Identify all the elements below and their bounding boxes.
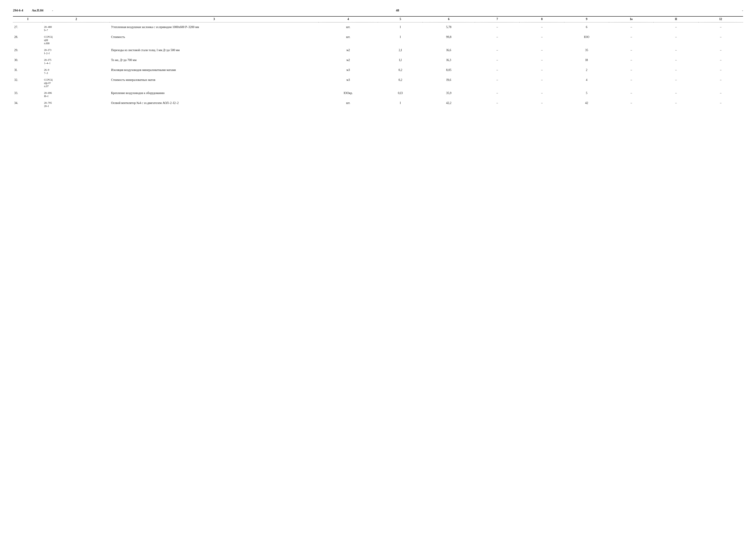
row-col8: – bbox=[520, 67, 564, 76]
col-header-1: I bbox=[13, 16, 43, 22]
row-col8: – bbox=[520, 22, 564, 34]
row-col7: – bbox=[475, 57, 520, 67]
row-code: СCРСЦ цШ п.8I8 bbox=[43, 34, 110, 47]
table-row: 29. 20–I73 I–2–I Переходы из листовой ст… bbox=[13, 47, 743, 57]
col-header-3: 3 bbox=[110, 16, 318, 22]
page-header: 294-6-4 Ан.П.84 - 48 - bbox=[13, 9, 743, 12]
row-col10: – bbox=[609, 22, 654, 34]
col-header-7: 7 bbox=[475, 16, 520, 22]
row-number: 28. bbox=[13, 34, 43, 47]
row-col9: 6 bbox=[564, 22, 609, 34]
table-row: 34. 20–795 20–I Осевой вентилятор №4 с э… bbox=[13, 99, 743, 110]
row-col6: 99,8 bbox=[423, 34, 475, 47]
row-unit: шт. bbox=[318, 99, 378, 110]
row-unit: м3 bbox=[318, 67, 378, 76]
row-col11: – bbox=[654, 34, 698, 47]
row-code: 20–795 20–I bbox=[43, 99, 110, 110]
row-col9: I8 bbox=[564, 57, 609, 67]
row-col6: 8,05 bbox=[423, 67, 475, 76]
row-unit: IOOкр. bbox=[318, 90, 378, 99]
row-col7: – bbox=[475, 76, 520, 90]
header-separator2: - bbox=[742, 9, 743, 12]
row-col8: – bbox=[520, 76, 564, 90]
table-row: 27. 20–480 9–7 Утепленная воздушная засл… bbox=[13, 22, 743, 34]
row-col8: – bbox=[520, 57, 564, 67]
row-col10: – bbox=[609, 47, 654, 57]
row-col6: I6,3 bbox=[423, 57, 475, 67]
row-col6: I9,6 bbox=[423, 76, 475, 90]
page-number: 48 bbox=[396, 9, 399, 12]
main-table: I 2 3 4 5 6 7 8 9 Io II I2 27. 20–480 9–… bbox=[13, 16, 743, 110]
row-col5: I bbox=[378, 34, 422, 47]
row-number: 29. bbox=[13, 47, 43, 57]
row-col5: I bbox=[378, 22, 422, 34]
row-col5: I,I bbox=[378, 57, 422, 67]
row-code: 20–696 I8–I bbox=[43, 90, 110, 99]
row-col5: 0,2 bbox=[378, 67, 422, 76]
row-number: 34. bbox=[13, 99, 43, 110]
row-col12: – bbox=[698, 47, 743, 57]
row-col10: – bbox=[609, 99, 654, 110]
row-col11: – bbox=[654, 76, 698, 90]
row-desc: Осевой вентилятор №4 с эл.двигателем АОЛ… bbox=[110, 99, 318, 110]
row-number: 3I. bbox=[13, 67, 43, 76]
col-header-10: Io bbox=[609, 16, 654, 22]
row-col7: – bbox=[475, 67, 520, 76]
doc-code: 294-6-4 bbox=[13, 9, 23, 12]
row-col5: 0,I3 bbox=[378, 90, 422, 99]
row-col6: 5,78 bbox=[423, 22, 475, 34]
row-desc: Стоимость bbox=[110, 34, 318, 47]
row-col9: 2 bbox=[564, 67, 609, 76]
row-col10: – bbox=[609, 34, 654, 47]
row-col5: 0,2 bbox=[378, 76, 422, 90]
row-code: 20–I73 I–2–I bbox=[43, 47, 110, 57]
row-col12: – bbox=[698, 76, 743, 90]
row-number: 30. bbox=[13, 57, 43, 67]
row-col12: – bbox=[698, 57, 743, 67]
row-col6: 42,2 bbox=[423, 99, 475, 110]
col-header-6: 6 bbox=[423, 16, 475, 22]
col-header-12: I2 bbox=[698, 16, 743, 22]
row-col9: 42 bbox=[564, 99, 609, 110]
row-code: 26–9 7–3 bbox=[43, 67, 110, 76]
row-col12: – bbox=[698, 90, 743, 99]
row-col11: – bbox=[654, 90, 698, 99]
row-code: 20–I75 1–4–1 bbox=[43, 57, 110, 67]
row-desc: То же, Д=до 700 мм bbox=[110, 57, 318, 67]
row-unit: м2 bbox=[318, 57, 378, 67]
row-col10: – bbox=[609, 76, 654, 90]
col-header-4: 4 bbox=[318, 16, 378, 22]
table-row: 32. СCРСЦ цIр.IУ п.97 Стоимость минерало… bbox=[13, 76, 743, 90]
row-col11: – bbox=[654, 47, 698, 57]
table-row: 30. 20–I75 1–4–1 То же, Д=до 700 мм м2 I… bbox=[13, 57, 743, 67]
row-number: 33. bbox=[13, 90, 43, 99]
row-col8: – bbox=[520, 99, 564, 110]
table-row: 28. СCРСЦ цШ п.8I8 Стоимость шт. I 99,8 … bbox=[13, 34, 743, 47]
row-col11: – bbox=[654, 99, 698, 110]
row-col11: – bbox=[654, 57, 698, 67]
col-header-11: II bbox=[654, 16, 698, 22]
row-col12: – bbox=[698, 34, 743, 47]
row-col6: I6,6 bbox=[423, 47, 475, 57]
row-col7: – bbox=[475, 99, 520, 110]
row-col11: – bbox=[654, 22, 698, 34]
row-col11: – bbox=[654, 67, 698, 76]
row-col9: IOO bbox=[564, 34, 609, 47]
col-header-9: 9 bbox=[564, 16, 609, 22]
row-desc: Утепленная воздушная заслонка с эл.приво… bbox=[110, 22, 318, 34]
row-number: 32. bbox=[13, 76, 43, 90]
table-row: 3I. 26–9 7–3 Изоляция воздуховодов минер… bbox=[13, 67, 743, 76]
row-col12: – bbox=[698, 67, 743, 76]
row-desc: Крепление воздуховодов к оборудованию bbox=[110, 90, 318, 99]
row-col10: – bbox=[609, 90, 654, 99]
col-header-2: 2 bbox=[43, 16, 110, 22]
col-header-5: 5 bbox=[378, 16, 422, 22]
row-unit: шт. bbox=[318, 22, 378, 34]
row-code: СCРСЦ цIр.IУ п.97 bbox=[43, 76, 110, 90]
row-col8: – bbox=[520, 47, 564, 57]
row-col9: 5 bbox=[564, 90, 609, 99]
row-col8: – bbox=[520, 90, 564, 99]
row-col7: – bbox=[475, 34, 520, 47]
row-col12: – bbox=[698, 22, 743, 34]
row-col7: – bbox=[475, 90, 520, 99]
